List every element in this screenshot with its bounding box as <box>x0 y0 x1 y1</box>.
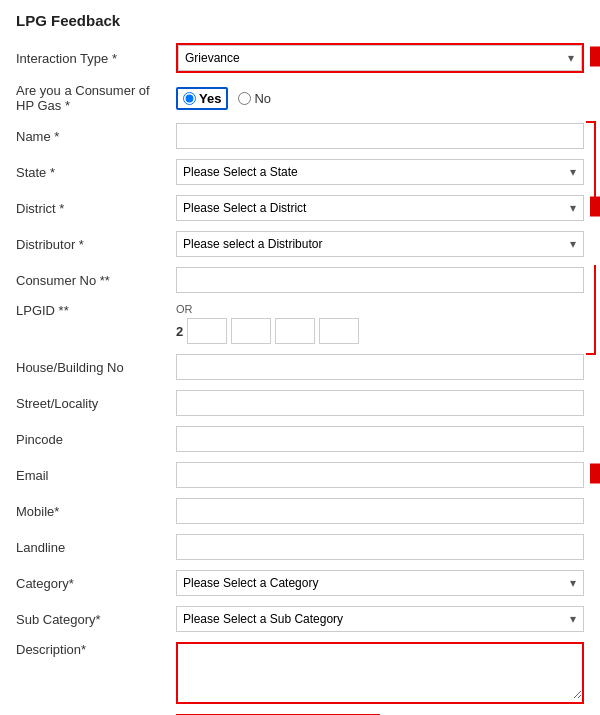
interaction-type-label: Interaction Type * <box>16 51 176 66</box>
state-select[interactable]: Please Select a State <box>176 159 584 185</box>
page-title: LPG Feedback <box>16 12 584 29</box>
subcategory-label: Sub Category* <box>16 612 176 627</box>
description-textarea[interactable] <box>178 644 582 699</box>
lpgid-prefix: 2 <box>176 324 183 339</box>
landline-input[interactable] <box>176 534 584 560</box>
bracket-bottom <box>586 265 596 355</box>
consumer-no-label: Consumer No ** <box>16 273 176 288</box>
house-input[interactable] <box>176 354 584 380</box>
radio-no[interactable] <box>238 92 251 105</box>
no-label: No <box>254 91 271 106</box>
name-label: Name * <box>16 129 176 144</box>
mobile-input[interactable] <box>176 498 584 524</box>
state-label: State * <box>16 165 176 180</box>
email-label: Email <box>16 468 176 483</box>
landline-label: Landline <box>16 540 176 555</box>
interaction-type-select[interactable]: Grievance Feedback Enquiry <box>178 45 582 71</box>
svg-marker-2 <box>590 460 600 488</box>
consumer-label: Are you a Consumer of HP Gas * <box>16 83 176 113</box>
name-input[interactable] <box>176 123 584 149</box>
district-label: District * <box>16 201 176 216</box>
svg-marker-0 <box>590 43 600 71</box>
radio-yes[interactable] <box>183 92 196 105</box>
bracket-top <box>586 121 596 201</box>
consumer-yes-radio[interactable]: Yes <box>176 87 228 110</box>
lpgid-box1[interactable] <box>187 318 227 344</box>
district-select[interactable]: Please Select a District <box>176 195 584 221</box>
arrow-district-icon <box>590 193 600 221</box>
distributor-select[interactable]: Please select a Distributor <box>176 231 584 257</box>
category-label: Category* <box>16 576 176 591</box>
lpgid-label: LPGID ** <box>16 303 176 318</box>
lpgid-box4[interactable] <box>319 318 359 344</box>
street-label: Street/Locality <box>16 396 176 411</box>
svg-marker-1 <box>590 193 600 221</box>
or-label: OR <box>176 303 584 315</box>
category-select[interactable]: Please Select a Category <box>176 570 584 596</box>
arrow-email-icon <box>590 460 600 488</box>
consumer-no-input[interactable] <box>176 267 584 293</box>
lpgid-box3[interactable] <box>275 318 315 344</box>
house-label: House/Building No <box>16 360 176 375</box>
email-input[interactable] <box>176 462 584 488</box>
consumer-no-radio[interactable]: No <box>238 91 271 106</box>
pincode-label: Pincode <box>16 432 176 447</box>
yes-label: Yes <box>199 91 221 106</box>
arrow-right-icon <box>590 43 600 71</box>
description-label: Description* <box>16 642 176 657</box>
street-input[interactable] <box>176 390 584 416</box>
subcategory-select[interactable]: Please Select a Sub Category <box>176 606 584 632</box>
lpgid-box2[interactable] <box>231 318 271 344</box>
distributor-label: Distributor * <box>16 237 176 252</box>
pincode-input[interactable] <box>176 426 584 452</box>
mobile-label: Mobile* <box>16 504 176 519</box>
